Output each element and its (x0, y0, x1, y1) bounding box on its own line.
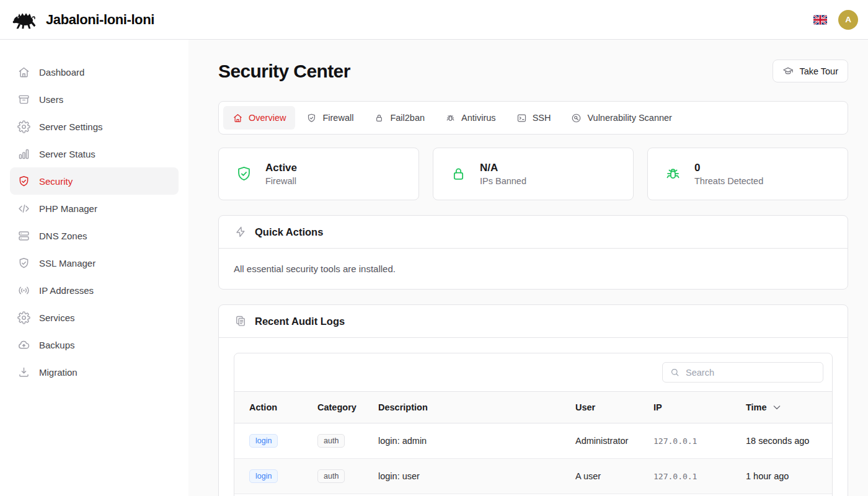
user-avatar[interactable]: A (838, 10, 858, 30)
column-header-action[interactable]: Action (234, 392, 317, 423)
sidebar-item-label: Backups (39, 340, 75, 350)
sidebar-item-label: SSL Manager (39, 258, 95, 268)
tab-firewall[interactable]: Firewall (297, 106, 363, 130)
app-root: Jabaloni-loni-loni A DashboardU (0, 0, 868, 496)
sidebar-nav: DashboardUsersServer SettingsServer Stat… (0, 58, 188, 386)
stat-card-ips-banned: N/AIPs Banned (433, 148, 634, 200)
lightning-icon (234, 226, 247, 238)
language-flag-button[interactable] (813, 15, 827, 25)
bar-chart-icon (17, 148, 30, 161)
quick-actions-title: Quick Actions (255, 226, 323, 238)
security-tabs: OverviewFirewallFail2banAntivirusSSHVuln… (218, 101, 848, 135)
brand[interactable]: Jabaloni-loni-loni (12, 9, 154, 30)
sidebar-item-ip-addresses[interactable]: IP Addresses (10, 277, 179, 304)
table-row[interactable]: loginauthlogin: userA user127.0.0.11 hou… (234, 459, 832, 494)
action-badge: login (249, 469, 278, 484)
shield-check-icon (17, 175, 30, 188)
terminal-icon (516, 113, 527, 123)
quick-actions-message: All essential security tools are install… (234, 264, 833, 274)
table-row[interactable]: loginauthlogin: adminAdministrator127.0.… (234, 423, 832, 459)
gear-icon (17, 120, 30, 133)
scan-search-icon (571, 113, 582, 123)
server-stack-icon (17, 229, 30, 242)
gear-icon (17, 311, 30, 324)
take-tour-label: Take Tour (799, 66, 838, 76)
sidebar-item-ssl-manager[interactable]: SSL Manager (10, 249, 179, 277)
category-badge: auth (317, 469, 345, 484)
sidebar-item-label: Users (39, 94, 63, 105)
description-cell: login: admin (378, 423, 575, 459)
tab-label: Vulnerability Scanner (587, 113, 671, 123)
sidebar-item-label: Server Settings (39, 122, 103, 132)
header-actions: A (813, 10, 858, 30)
table-body: loginauthlogin: adminAdministrator127.0.… (234, 423, 832, 494)
sidebar-item-label: Security (39, 176, 73, 187)
stat-card-firewall: ActiveFirewall (218, 148, 419, 200)
boar-logo-icon (12, 9, 40, 30)
sidebar-item-label: Migration (39, 367, 78, 378)
column-header-category[interactable]: Category (317, 392, 378, 423)
ip-cell: 127.0.0.1 (653, 459, 746, 494)
main-content: Security Center Take Tour OverviewFirewa… (188, 40, 868, 496)
tab-vulnerability-scanner[interactable]: Vulnerability Scanner (562, 106, 681, 130)
broadcast-icon (17, 284, 30, 297)
sidebar: DashboardUsersServer SettingsServer Stat… (0, 40, 188, 496)
tab-label: Overview (249, 113, 286, 123)
category-badge: auth (317, 434, 345, 448)
sidebar-item-server-status[interactable]: Server Status (10, 140, 179, 167)
audit-logs-header: Recent Audit Logs (219, 305, 848, 338)
column-header-description[interactable]: Description (378, 392, 575, 423)
table-head: ActionCategoryDescriptionUserIPTime (234, 392, 832, 423)
quick-actions-card: Quick Actions All essential security too… (218, 215, 848, 290)
stats-row: ActiveFirewallN/AIPs Banned0Threats Dete… (218, 148, 848, 200)
sidebar-item-label: DNS Zones (39, 231, 87, 241)
stat-label: Firewall (265, 176, 297, 186)
sidebar-item-dns-zones[interactable]: DNS Zones (10, 222, 179, 249)
sidebar-item-services[interactable]: Services (10, 304, 179, 331)
body-row: DashboardUsersServer SettingsServer Stat… (0, 40, 868, 496)
sidebar-item-label: Dashboard (39, 67, 84, 78)
stat-value: N/A (480, 162, 526, 174)
sidebar-item-php-manager[interactable]: PHP Manager (10, 195, 179, 222)
app-header: Jabaloni-loni-loni A (0, 0, 868, 40)
stat-value: Active (265, 162, 297, 174)
sidebar-item-security[interactable]: Security (10, 167, 179, 195)
tab-label: Firewall (322, 113, 353, 123)
sidebar-item-migration[interactable]: Migration (10, 358, 179, 386)
uk-flag-icon (813, 15, 827, 25)
audit-logs-table: ActionCategoryDescriptionUserIPTime logi… (234, 391, 832, 494)
sidebar-item-server-settings[interactable]: Server Settings (10, 113, 179, 140)
column-header-user[interactable]: User (575, 392, 653, 423)
description-cell: login: user (378, 459, 575, 494)
audit-logs-title: Recent Audit Logs (255, 316, 345, 327)
tab-ssh[interactable]: SSH (507, 106, 560, 130)
tab-fail2ban[interactable]: Fail2ban (365, 106, 434, 130)
search-input[interactable] (686, 368, 816, 378)
lock-icon (450, 165, 467, 183)
stat-value: 0 (694, 162, 763, 174)
sidebar-item-dashboard[interactable]: Dashboard (10, 58, 179, 86)
search-box[interactable] (662, 362, 823, 383)
tab-label: Antivirus (461, 113, 496, 123)
column-header-ip[interactable]: IP (653, 392, 746, 423)
stat-label: Threats Detected (694, 176, 763, 186)
page-head: Security Center Take Tour (218, 60, 848, 82)
quick-actions-body: All essential security tools are install… (219, 249, 848, 289)
lock-icon (374, 113, 384, 123)
sidebar-item-backups[interactable]: Backups (10, 331, 179, 358)
take-tour-button[interactable]: Take Tour (773, 60, 848, 82)
sidebar-item-users[interactable]: Users (10, 86, 179, 113)
code-icon (17, 202, 30, 215)
column-header-time[interactable]: Time (746, 392, 832, 423)
search-icon (670, 367, 680, 378)
cloud-upload-icon (17, 339, 30, 352)
action-badge: login (249, 434, 278, 448)
user-cell: A user (575, 459, 653, 494)
tab-label: SSH (533, 113, 551, 123)
tab-overview[interactable]: Overview (223, 106, 295, 130)
time-cell: 18 seconds ago (746, 423, 832, 459)
tab-antivirus[interactable]: Antivirus (436, 106, 505, 130)
sidebar-item-label: IP Addresses (39, 285, 94, 296)
audit-logs-card: Recent Audit Logs (218, 304, 848, 496)
ip-cell: 127.0.0.1 (653, 423, 746, 459)
